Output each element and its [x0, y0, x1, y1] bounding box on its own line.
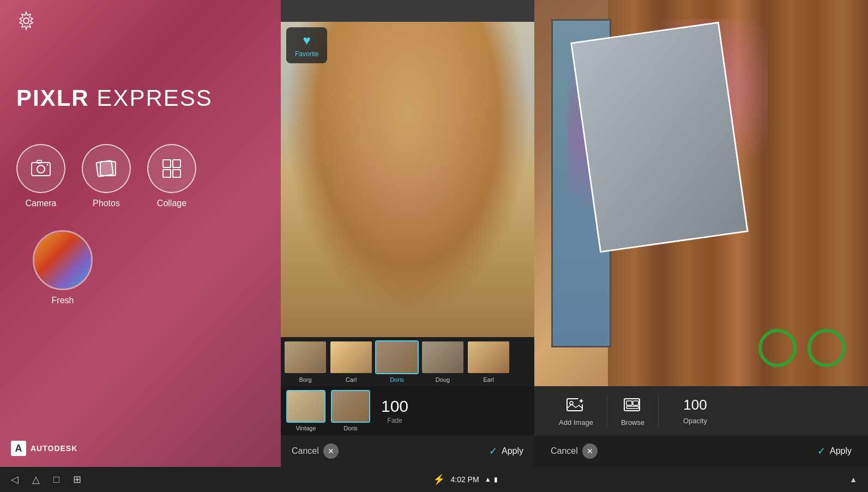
svg-rect-9 [163, 170, 171, 177]
photos-menu-item[interactable]: Photos [82, 144, 131, 208]
right-cancel-button[interactable]: Cancel ✕ [551, 443, 598, 459]
filter-carl-thumb [329, 340, 373, 374]
svg-rect-3 [37, 160, 41, 163]
svg-rect-19 [633, 401, 638, 405]
bottom-bar: ◁ △ □ ⊞ ⚡ 4:02 PM ▲ ▮ ▲ [0, 467, 868, 492]
filter-earl-image [468, 341, 509, 373]
svg-point-4 [47, 164, 49, 166]
svg-point-2 [37, 165, 45, 173]
clock: 4:02 PM [450, 475, 479, 484]
middle-header [281, 0, 534, 22]
camera-menu-item[interactable]: Camera [16, 144, 65, 208]
browse-icon [623, 395, 643, 415]
battery-icon: ▮ [494, 476, 498, 483]
status-icons: ▲ ▮ [485, 476, 498, 483]
bicycle-back-wheel [758, 329, 797, 367]
filter-borg-image [285, 341, 326, 373]
settings-icon[interactable] [16, 11, 36, 31]
effect-doris-thumb [331, 390, 370, 423]
svg-rect-10 [173, 170, 180, 177]
favorite-button[interactable]: ♥ Favorite [286, 27, 327, 63]
collage-circle [147, 144, 196, 193]
add-image-icon [566, 395, 586, 415]
fade-value-box: 100 Fade [381, 397, 408, 424]
middle-action-bar: Cancel ✕ ✓ Apply [281, 435, 534, 467]
collage-photo-inner [572, 23, 746, 251]
right-photo-bg [534, 0, 868, 386]
back-nav-icon[interactable]: ◁ [11, 473, 19, 485]
home-nav-icon[interactable]: △ [32, 473, 40, 485]
middle-cancel-button[interactable]: Cancel ✕ [292, 443, 339, 459]
filter-earl[interactable]: Earl [467, 340, 510, 383]
status-bar: ⚡ 4:02 PM ▲ ▮ [433, 473, 497, 485]
right-apply-button[interactable]: ✓ Apply [817, 445, 852, 457]
right-action-bar: Cancel ✕ ✓ Apply [534, 435, 868, 467]
menu-icons-row: Camera Photos [16, 144, 196, 208]
filter-doug[interactable]: Doug [421, 340, 465, 383]
effect-vintage-image [287, 391, 324, 422]
svg-rect-18 [626, 406, 638, 409]
right-photo-area [534, 0, 868, 386]
svg-rect-17 [626, 401, 632, 405]
add-image-button[interactable]: Add Image [545, 395, 607, 427]
filter-strip: Borg Carl Doris Doug [281, 337, 534, 386]
recents-nav-icon[interactable]: □ [53, 474, 59, 485]
bicycle [753, 302, 851, 367]
app-title: PIXLR EXPRESS [16, 85, 213, 111]
right-cancel-x-icon: ✕ [582, 443, 598, 459]
fresh-image [34, 232, 91, 289]
expand-icon[interactable]: ▲ [849, 475, 857, 484]
wifi-icon: ▲ [485, 476, 491, 483]
left-panel: PIXLR EXPRESS Camera [0, 0, 281, 467]
filter-doris-image [376, 341, 418, 373]
fresh-menu-item[interactable]: Fresh [33, 230, 93, 305]
right-panel: Add Image Browse 100 Opa [534, 0, 868, 467]
photo-area: ♥ Favorite [281, 22, 534, 337]
middle-apply-button[interactable]: ✓ Apply [489, 445, 523, 457]
fullscreen-nav-icon[interactable]: ⊞ [73, 473, 81, 485]
filter-earl-thumb [467, 340, 510, 374]
autodesk-a-icon: A [11, 441, 26, 456]
filter-borg-thumb [284, 340, 327, 374]
filter-doris[interactable]: Doris [375, 340, 419, 383]
cancel-x-icon: ✕ [323, 443, 339, 459]
svg-rect-8 [173, 160, 180, 167]
middle-panel: ♥ Favorite Borg Carl Do [281, 0, 534, 467]
filter-doug-thumb [421, 340, 465, 374]
effect-doris[interactable]: Doris [331, 390, 370, 431]
photo-subject [281, 22, 534, 337]
heart-icon: ♥ [303, 33, 311, 48]
filter-carl[interactable]: Carl [329, 340, 373, 383]
browse-button[interactable]: Browse [607, 395, 658, 427]
opacity-control: 100 Opacity [659, 397, 731, 425]
usb-icon: ⚡ [433, 473, 445, 485]
nav-icons: ◁ △ □ ⊞ [11, 473, 81, 485]
svg-point-0 [23, 18, 29, 23]
svg-rect-7 [163, 160, 171, 167]
right-check-icon: ✓ [817, 445, 825, 457]
effect-strip: Vintage Doris 100 Fade [281, 386, 534, 435]
check-icon: ✓ [489, 445, 497, 457]
bicycle-front-wheel [807, 329, 846, 367]
effect-doris-image [332, 391, 369, 422]
filter-doris-thumb [375, 340, 419, 374]
fresh-circle [33, 230, 93, 290]
effect-vintage[interactable]: Vintage [286, 390, 326, 431]
autodesk-logo: A AUTODESK [11, 441, 77, 456]
vintage-overlay [281, 22, 534, 337]
svg-rect-6 [100, 161, 116, 176]
filter-doug-image [422, 341, 463, 373]
camera-circle [16, 144, 65, 193]
collage-menu-item[interactable]: Collage [147, 144, 196, 208]
filter-carl-image [330, 341, 372, 373]
photos-circle [82, 144, 131, 193]
filter-borg[interactable]: Borg [284, 340, 327, 383]
effect-vintage-thumb [286, 390, 326, 423]
collage-photo[interactable] [570, 21, 749, 253]
right-toolbar: Add Image Browse 100 Opa [534, 386, 868, 435]
